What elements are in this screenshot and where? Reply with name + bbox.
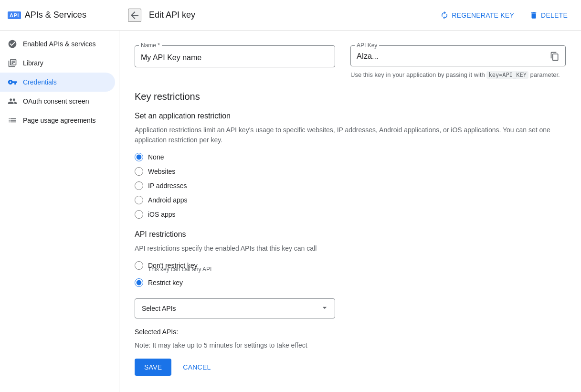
radio-restrict-key[interactable]: Restrict key (135, 278, 566, 287)
radio-ios-label: iOS apps (148, 211, 176, 218)
radio-websites[interactable]: Websites (135, 167, 566, 176)
name-label: Name * (139, 42, 162, 49)
radio-ios-input[interactable] (135, 210, 143, 219)
sidebar: Enabled APIs & services Library Credenti… (0, 31, 119, 392)
logo-badge: API (8, 11, 21, 19)
oauth-icon (8, 96, 17, 106)
radio-ip-label: IP addresses (148, 182, 187, 190)
name-input[interactable] (135, 49, 335, 67)
api-restriction-radio-group: Don't restrict key This key can call any… (135, 261, 566, 287)
top-bar: API APIs & Services Edit API key REGENER… (0, 0, 581, 31)
dont-restrict-option: Don't restrict key This key can call any… (135, 261, 566, 273)
sidebar-item-enabled-apis[interactable]: Enabled APIs & services (0, 34, 115, 53)
page-usage-icon (8, 116, 17, 125)
radio-none-label: None (148, 153, 164, 161)
radio-ip-addresses[interactable]: IP addresses (135, 181, 566, 190)
api-restriction-desc: API restrictions specify the enabled API… (135, 244, 566, 254)
radio-restrict-key-label: Restrict key (148, 279, 183, 286)
radio-dont-restrict-input[interactable] (135, 261, 143, 270)
sidebar-item-page-usage[interactable]: Page usage agreements (0, 111, 115, 130)
sidebar-item-credentials[interactable]: Credentials (0, 73, 115, 92)
app-restriction-desc: Application restrictions limit an API ke… (135, 125, 566, 145)
radio-ios-apps[interactable]: iOS apps (135, 210, 566, 219)
header-actions: Edit API key REGENERATE KEY DELETE (128, 7, 573, 23)
sidebar-label-page-usage: Page usage agreements (23, 117, 96, 124)
enabled-apis-icon (8, 39, 17, 49)
app-restriction-title: Set an application restriction (135, 112, 566, 120)
delete-label: DELETE (541, 11, 568, 19)
action-buttons: SAVE CANCEL (135, 359, 566, 376)
radio-android-input[interactable] (135, 196, 143, 204)
sidebar-label-oauth: OAuth consent screen (23, 97, 89, 105)
regenerate-key-button[interactable]: REGENERATE KEY (434, 7, 520, 23)
sidebar-label-library: Library (23, 59, 43, 67)
radio-ip-input[interactable] (135, 181, 143, 190)
credentials-icon (8, 77, 17, 87)
library-icon (8, 58, 17, 68)
api-key-hint-prefix: Use this key in your application by pass… (350, 71, 485, 78)
radio-restrict-key-input[interactable] (135, 278, 143, 287)
app-restriction-radio-group: None Websites IP addresses Android apps … (135, 153, 566, 219)
top-fields-row: Name * API Key AIza... (135, 42, 566, 80)
api-restrictions-section: API restrictions API restrictions specif… (135, 230, 566, 336)
delete-button[interactable]: DELETE (524, 7, 573, 23)
radio-websites-input[interactable] (135, 167, 143, 176)
save-button[interactable]: SAVE (135, 359, 171, 376)
cancel-button[interactable]: CANCEL (175, 359, 218, 376)
api-key-hint-suffix: parameter. (530, 71, 560, 78)
main-content: Name * API Key AIza... (119, 31, 581, 392)
radio-none-input[interactable] (135, 153, 143, 161)
api-key-hint: Use this key in your application by pass… (350, 70, 566, 80)
api-key-field-group: API Key AIza... Use this key in your app… (350, 42, 566, 80)
app-title: APIs & Services (25, 10, 86, 20)
note-text: Note: It may take up to 5 minutes for se… (135, 341, 566, 349)
radio-android-apps[interactable]: Android apps (135, 196, 566, 204)
radio-none[interactable]: None (135, 153, 566, 161)
api-key-row: AIza... (351, 49, 565, 66)
api-key-value: AIza... (357, 52, 550, 61)
api-key-fieldset: API Key AIza... (350, 42, 566, 66)
api-restriction-title: API restrictions (135, 230, 566, 239)
back-button[interactable] (128, 9, 141, 22)
sidebar-item-oauth-consent[interactable]: OAuth consent screen (0, 92, 115, 111)
page-title: Edit API key (149, 10, 195, 20)
sidebar-label-credentials: Credentials (23, 78, 57, 86)
main-layout: Enabled APIs & services Library Credenti… (0, 31, 581, 392)
select-apis-wrapper: Select APIs (135, 298, 335, 318)
api-key-hint-code: key=API_KEY (486, 71, 528, 79)
copy-api-key-button[interactable] (550, 52, 560, 61)
key-restrictions-title: Key restrictions (135, 91, 566, 102)
sidebar-item-library[interactable]: Library (0, 53, 115, 73)
dont-restrict-sublabel: This key can call any API (148, 266, 566, 273)
sidebar-label-enabled-apis: Enabled APIs & services (23, 40, 96, 48)
name-fieldset: Name * (135, 42, 335, 67)
name-field-group: Name * (135, 42, 335, 80)
radio-android-label: Android apps (148, 196, 188, 204)
radio-websites-label: Websites (148, 168, 175, 175)
selected-apis-label: Selected APIs: (135, 328, 566, 336)
api-key-label: API Key (355, 42, 379, 49)
regenerate-label: REGENERATE KEY (452, 11, 514, 19)
select-apis-dropdown[interactable]: Select APIs (135, 298, 335, 318)
app-logo-area: API APIs & Services (8, 10, 122, 20)
